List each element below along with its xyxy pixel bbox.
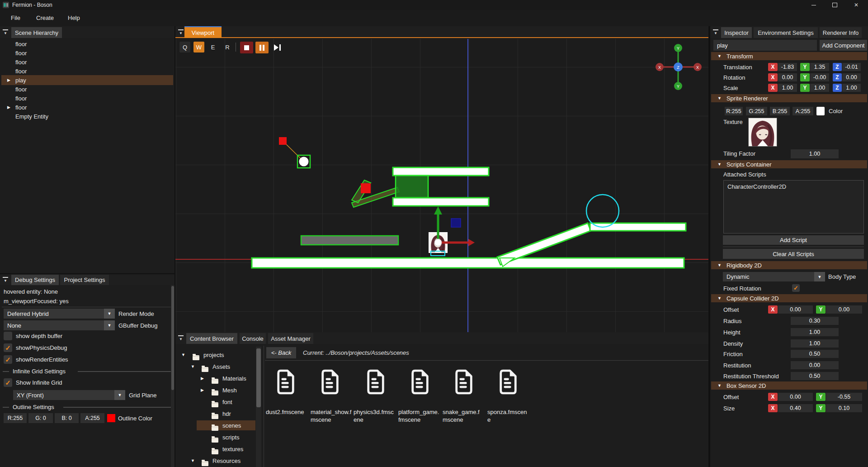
tree-row-resources[interactable]: ▼ Resources — [175, 456, 255, 466]
x-badge[interactable]: X — [768, 404, 778, 412]
height-field[interactable]: 1.00 — [791, 328, 839, 336]
tree-row-mesh[interactable]: ▶ Mesh — [175, 385, 255, 395]
x-badge[interactable]: X — [768, 63, 778, 71]
tab-debug-settings[interactable]: Debug Settings — [11, 275, 59, 285]
collapse-icon[interactable]: ▼ — [178, 29, 184, 35]
y-badge[interactable]: Y — [816, 393, 826, 401]
outline-color-swatch[interactable] — [107, 414, 115, 422]
capsule-offset-y-field[interactable]: 0.00 — [826, 305, 862, 314]
collapse-icon[interactable]: ▼ — [178, 335, 184, 341]
file-name[interactable]: platform_game.fmscene — [398, 408, 440, 424]
file-name[interactable]: material_show.fmscene — [311, 408, 352, 424]
y-badge[interactable]: Y — [800, 84, 810, 92]
menu-create[interactable]: Create — [36, 14, 54, 21]
fixed-rotation-checkbox[interactable]: ✓ — [792, 284, 800, 292]
hierarchy-row-selected[interactable]: ▶ play — [1, 75, 173, 85]
pause-button[interactable] — [255, 42, 269, 53]
translation-x-field[interactable]: -1.83 — [778, 63, 797, 71]
capsule-collider-header[interactable]: ▼Capsule Collider 2D — [711, 294, 867, 302]
circle-collider-outline[interactable] — [586, 195, 619, 227]
entity-red-square[interactable] — [279, 137, 287, 145]
tab-content-browser[interactable]: Content Browser — [186, 333, 237, 344]
gizmo-y-arrowhead[interactable] — [434, 206, 442, 214]
add-script-button[interactable]: Add Script — [723, 235, 864, 245]
hierarchy-row[interactable]: floor — [0, 66, 175, 76]
file-name[interactable]: sponza.fmscene — [487, 408, 529, 424]
expand-arrow-icon[interactable]: ▶ — [7, 78, 10, 82]
capsule-offset-x-field[interactable]: 0.00 — [778, 305, 813, 314]
expand-arrow-icon[interactable]: ▶ — [201, 376, 204, 381]
translation-y-field[interactable]: 1.35 — [810, 63, 829, 71]
outline-g-field[interactable]: G: 0 — [28, 413, 53, 423]
tree-row-scenes-selected[interactable]: scenes — [197, 420, 255, 430]
tree-row-hdr[interactable]: hdr — [175, 409, 255, 419]
menu-file[interactable]: File — [11, 14, 20, 21]
back-button[interactable]: <- Back — [266, 347, 296, 358]
orientation-gizmo[interactable]: Y Y X X Z — [656, 44, 702, 90]
script-list-item[interactable]: CharacterController2D — [727, 183, 786, 190]
outline-r-field[interactable]: R:255 — [4, 413, 27, 423]
file-name[interactable]: physics3d.fmscene — [354, 408, 395, 424]
restitution-threshold-field[interactable]: 0.50 — [791, 372, 839, 380]
entity-white-ball[interactable] — [299, 157, 309, 167]
hierarchy-row[interactable]: floor — [0, 93, 175, 103]
rotation-z-field[interactable]: 0.00 — [842, 73, 861, 81]
tool-r-button[interactable]: R — [222, 42, 233, 52]
maximize-button[interactable] — [826, 0, 844, 10]
tab-renderer-info[interactable]: Renderer Info — [820, 27, 862, 38]
color-g-field[interactable]: G:255 — [746, 107, 767, 115]
sprite-renderer-header[interactable]: ▼Sprite Renderer — [711, 94, 867, 102]
hierarchy-row[interactable]: ▶ floor — [0, 102, 175, 112]
scripts-listbox[interactable]: CharacterController2D — [723, 180, 864, 234]
tree-row-materials[interactable]: ▶ Materials — [175, 373, 255, 383]
expand-arrow-icon[interactable]: ▶ — [201, 388, 204, 392]
x-badge[interactable]: X — [768, 84, 778, 92]
expand-arrow-icon[interactable]: ▼ — [191, 364, 195, 369]
restitution-field[interactable]: 0.00 — [791, 361, 839, 369]
sprite-color-swatch[interactable] — [816, 107, 825, 115]
box-sensor-header[interactable]: ▼Box Sensor 2D — [711, 381, 867, 390]
file-item[interactable] — [275, 369, 296, 396]
show-render-entities-checkbox[interactable]: ✓ — [4, 355, 12, 364]
expand-arrow-icon[interactable]: ▶ — [7, 105, 10, 110]
render-mode-select[interactable]: Deferred Hybrid▼ — [4, 309, 115, 319]
box-size-y-field[interactable]: 0.10 — [826, 404, 862, 412]
y-badge[interactable]: Y — [816, 305, 826, 314]
file-item[interactable] — [498, 369, 519, 396]
grid-plane-select[interactable]: XY (Front)▼ — [13, 390, 125, 400]
gizmo-x-arrowhead[interactable] — [468, 239, 475, 246]
show-depth-buffer-checkbox[interactable] — [4, 332, 12, 340]
file-item[interactable] — [410, 369, 430, 396]
color-a-field[interactable]: A:255 — [793, 107, 813, 115]
rotation-x-field[interactable]: 0.00 — [778, 73, 797, 81]
file-name[interactable]: dust2.fmscene — [266, 408, 307, 416]
entity-navy-square[interactable] — [451, 219, 461, 227]
gbuffer-debug-select[interactable]: None▼ — [4, 320, 115, 330]
scripts-container-header[interactable]: ▼Scripts Container — [711, 160, 867, 168]
x-badge[interactable]: X — [768, 393, 778, 401]
file-item[interactable] — [320, 369, 340, 396]
z-badge[interactable]: Z — [833, 73, 842, 81]
menu-help[interactable]: Help — [68, 14, 80, 21]
tree-row-scripts[interactable]: scripts — [175, 432, 255, 442]
show-infinite-grid-checkbox[interactable]: ✓ — [4, 378, 12, 387]
hierarchy-row[interactable]: floor — [0, 57, 175, 67]
hierarchy-row[interactable]: Empty Entity — [0, 111, 175, 121]
texture-thumbnail[interactable] — [748, 118, 777, 147]
tree-row-textures[interactable]: textures — [175, 444, 255, 454]
gizmo-center-handle[interactable] — [434, 239, 442, 246]
tool-q-button[interactable]: Q — [179, 42, 190, 52]
rigidbody-header[interactable]: ▼Rigidbody 2D — [711, 261, 867, 269]
expand-arrow-icon[interactable]: ▼ — [181, 353, 185, 357]
tiling-factor-field[interactable]: 1.00 — [791, 149, 839, 158]
tab-console[interactable]: Console — [240, 333, 266, 344]
viewport-canvas[interactable]: Y Y X X Z Q W E R — [175, 39, 708, 332]
hierarchy-row[interactable]: floor — [0, 48, 175, 58]
ground-platform[interactable] — [252, 258, 684, 268]
radius-field[interactable]: 0.30 — [791, 317, 839, 325]
color-b-field[interactable]: B:255 — [770, 107, 790, 115]
tab-inspector[interactable]: Inspector — [721, 27, 752, 38]
scale-y-field[interactable]: 1.00 — [810, 84, 829, 92]
tool-w-button[interactable]: W — [193, 42, 204, 52]
hierarchy-row[interactable]: floor — [0, 39, 175, 49]
